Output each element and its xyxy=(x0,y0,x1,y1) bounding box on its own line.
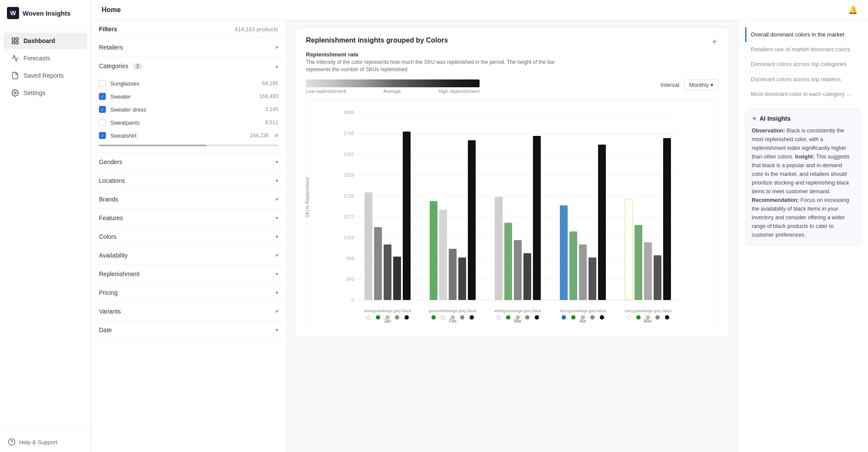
chevron-down-icon: ▾ xyxy=(276,252,278,258)
filter-availability-header[interactable]: Availability ▾ xyxy=(91,246,286,264)
svg-rect-49 xyxy=(644,242,652,300)
svg-rect-51 xyxy=(663,138,671,300)
svg-point-80 xyxy=(506,315,510,320)
help-support-link[interactable]: Help & Support xyxy=(0,432,91,452)
toc-label: Most dominant color in each category ... xyxy=(751,91,851,97)
svg-text:black: black xyxy=(532,309,542,313)
list-item[interactable]: ✓ Sweatshirt 244,238 xyxy=(91,129,286,142)
chevron-down-icon: ▾ xyxy=(276,308,278,314)
list-item[interactable]: Sweatpants 9,511 xyxy=(91,116,286,129)
ai-card-body: Observation: Black is consistently the m… xyxy=(752,126,855,239)
toc-item-most-dominant[interactable]: Most dominant color in each category ... xyxy=(745,87,861,102)
svg-text:1372: 1372 xyxy=(344,214,354,219)
list-item[interactable]: Sunglasses 64,185 xyxy=(91,77,286,90)
svg-point-93 xyxy=(590,315,595,320)
filter-section-replenishment: Replenishment ▾ xyxy=(91,265,286,284)
sidebar-item-dashboard[interactable]: Dashboard xyxy=(3,33,87,49)
filter-locations-header[interactable]: Locations ▾ xyxy=(91,172,286,190)
svg-rect-0 xyxy=(12,38,14,40)
checkbox-sunglasses[interactable] xyxy=(99,80,106,87)
toc-item-retailers-use[interactable]: Retailers use of market dominant colors xyxy=(745,42,861,57)
bell-icon[interactable]: 🔔 xyxy=(848,5,858,15)
svg-point-83 xyxy=(535,315,539,320)
svg-text:green: green xyxy=(568,309,578,313)
interval-label: Interval: xyxy=(661,82,681,88)
chevron-up-icon: ▴ xyxy=(276,63,278,69)
interval-value: Monthly xyxy=(689,82,709,88)
svg-rect-46 xyxy=(598,145,606,300)
list-item[interactable]: ✓ Sweater dress 3,145 xyxy=(91,103,286,116)
svg-text:May: May xyxy=(644,319,652,323)
svg-text:beige: beige xyxy=(383,309,392,313)
svg-text:green: green xyxy=(633,309,643,313)
svg-point-101 xyxy=(627,315,631,320)
legend-labels: Low replenishment Average High replenish… xyxy=(306,89,480,94)
svg-text:2745: 2745 xyxy=(344,131,354,136)
chart-area: Replenishment insights grouped by Colors… xyxy=(286,20,738,452)
filter-date-header[interactable]: Date ▾ xyxy=(91,321,286,339)
logo-text: Woven Insights xyxy=(23,10,71,17)
legend-low: Low replenishment xyxy=(306,89,346,94)
chart-svg-wrapper: SKUs Replenished 3088 2745 2402 2059 171… xyxy=(306,100,718,328)
sparkle-icon[interactable]: ✦ xyxy=(711,36,718,47)
filter-genders-header[interactable]: Genders ▾ xyxy=(91,153,286,171)
filter-variants-header[interactable]: Variants ▾ xyxy=(91,302,286,320)
svg-point-69 xyxy=(441,315,445,320)
toc-item-dominant-categories[interactable]: Dominant colors across top categories xyxy=(745,57,861,72)
filter-header: Filters 414,183 products xyxy=(91,20,286,38)
filter-replenishment-header[interactable]: Replenishment ▾ xyxy=(91,265,286,283)
filter-pricing-header[interactable]: Pricing ▾ xyxy=(91,284,286,302)
svg-rect-36 xyxy=(468,140,476,300)
toc-item-dominant-retailers[interactable]: Dominant colors across top retailers xyxy=(745,72,861,87)
svg-rect-2 xyxy=(12,42,14,44)
filter-availability-label: Availability xyxy=(99,252,128,259)
svg-rect-40 xyxy=(523,253,531,300)
category-name: Sweatshirt xyxy=(110,132,246,139)
checkbox-sweater[interactable]: ✓ xyxy=(99,93,106,100)
filter-brands-header[interactable]: Brands ▾ xyxy=(91,190,286,208)
filter-variants-label: Variants xyxy=(99,308,121,315)
interval-select[interactable]: Monthly ▾ xyxy=(684,79,718,90)
filter-section-brands: Brands ▾ xyxy=(91,190,286,209)
filter-features-header[interactable]: Features ▾ xyxy=(91,209,286,227)
filter-colors-header[interactable]: Colors ▾ xyxy=(91,228,286,246)
filter-section-locations: Locations ▾ xyxy=(91,172,286,190)
filters-count: 414,183 products xyxy=(235,26,278,33)
checkbox-sweatpants[interactable] xyxy=(99,119,106,126)
svg-point-102 xyxy=(636,315,641,320)
svg-text:white: white xyxy=(363,309,373,313)
svg-point-91 xyxy=(571,315,575,320)
sidebar-item-settings[interactable]: Settings xyxy=(3,85,87,101)
list-item[interactable]: ✓ Sweater 168,483 xyxy=(91,90,286,103)
svg-point-105 xyxy=(665,315,669,320)
filter-locations-label: Locations xyxy=(99,177,125,184)
filter-retailers-header[interactable]: Retailers ▾ xyxy=(91,38,286,56)
svg-rect-50 xyxy=(654,255,661,300)
chevron-down-icon: ▾ xyxy=(276,44,278,50)
chevron-down-icon: ▾ xyxy=(276,215,278,221)
svg-text:3088: 3088 xyxy=(344,110,354,115)
svg-rect-28 xyxy=(374,227,382,300)
filter-section-categories: Categories 3 ▴ Sunglasses 64,185 ✓ Sweat… xyxy=(91,57,286,153)
svg-rect-29 xyxy=(384,244,391,300)
sidebar-item-forecasts[interactable]: Forecasts xyxy=(3,50,87,66)
ai-sparkle-icon: ✦ xyxy=(752,115,757,122)
toc-label: Retailers use of market dominant colors xyxy=(751,46,850,53)
scrollbar-indicator[interactable] xyxy=(99,145,278,146)
toc-item-overall[interactable]: Overall dominant colors in the market xyxy=(745,27,861,42)
main-content: Home 🔔 Filters 414,183 products Retailer… xyxy=(91,0,868,452)
svg-text:black: black xyxy=(597,309,607,313)
checkbox-sweater-dress[interactable]: ✓ xyxy=(99,106,106,113)
svg-text:grey: grey xyxy=(589,309,596,313)
svg-text:green: green xyxy=(503,309,513,313)
chevron-down-icon: ▾ xyxy=(276,290,278,296)
top-header: Home 🔔 xyxy=(91,0,868,20)
svg-point-68 xyxy=(431,315,436,320)
svg-rect-32 xyxy=(430,201,437,300)
category-name: Sweater xyxy=(110,93,255,100)
svg-rect-31 xyxy=(403,132,411,300)
sidebar-item-saved-reports[interactable]: Saved Reports xyxy=(3,67,87,84)
checkbox-sweatshirt[interactable]: ✓ xyxy=(99,132,106,139)
svg-text:Jan: Jan xyxy=(384,319,391,323)
filter-categories-header[interactable]: Categories 3 ▴ xyxy=(91,57,286,75)
